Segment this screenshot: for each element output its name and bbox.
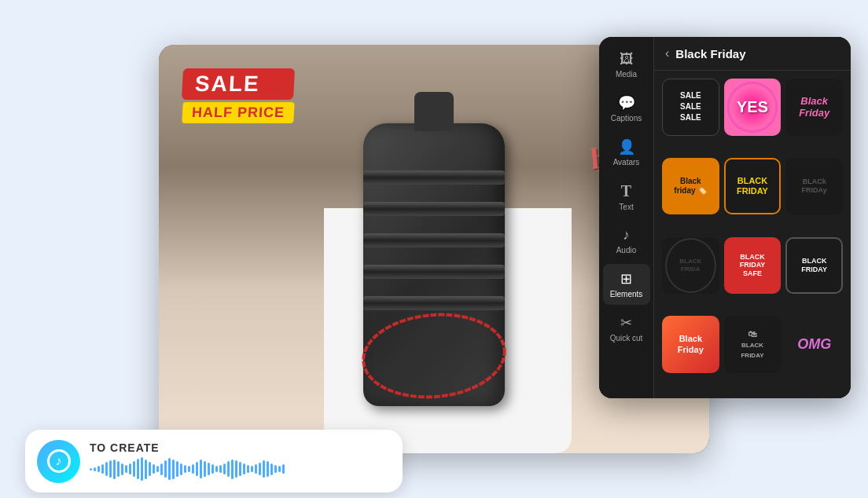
waveform-bar (192, 464, 194, 474)
yes-circle: YES (727, 82, 778, 133)
sidebar-label-text: Text (619, 203, 633, 211)
sidebar-label-media: Media (616, 70, 637, 79)
waveform-bar (239, 462, 241, 476)
sidebar-label-quickcut: Quick cut (610, 334, 643, 342)
waveform-bar (156, 466, 159, 472)
waveform-bar (243, 463, 245, 474)
sidebar-label-elements: Elements (610, 290, 643, 298)
bottle-ring-2 (363, 202, 505, 216)
svg-point-0 (360, 309, 508, 402)
sticker-bf-safe[interactable]: BLACKFRIDAYSAFE (724, 237, 782, 295)
bf-dark-text: BLACkFRIDAy (802, 178, 827, 195)
sale-text: SALE (182, 68, 295, 100)
waveform-bar (251, 466, 253, 472)
waveform-bar (231, 460, 234, 479)
waveform-bar (168, 458, 171, 480)
back-button[interactable]: ‹ (665, 46, 669, 60)
waveform-bar (219, 465, 222, 473)
content-panel: ‹ Black Friday SALESALESALE YES BlackFri… (654, 37, 851, 398)
waveform-bar (94, 467, 96, 471)
waveform-bar (105, 462, 108, 476)
waveform-bar (145, 460, 147, 479)
waveform-bar (270, 463, 273, 475)
waveform-bar (259, 463, 261, 475)
sticker-bf-octagon[interactable]: BLACKFRIDAY (785, 237, 843, 295)
sidebar-item-audio[interactable]: ♪ Audio (603, 221, 650, 261)
sticker-bf-yellow[interactable]: BLACKFRIDAY (724, 158, 782, 215)
bottle-ring-4 (363, 265, 505, 279)
waveform-bar (274, 465, 277, 473)
sticker-omg[interactable]: OMG (785, 316, 843, 373)
orange-tag-bg: Blackfriday 🏷️ (665, 161, 716, 212)
waveform-bar (235, 460, 237, 478)
waveform-bar (196, 462, 198, 476)
sidebar-item-avatars[interactable]: 👤 Avatars (603, 132, 650, 173)
bf-pink-text: BlackFriday (799, 95, 829, 119)
sticker-yes[interactable]: YES (724, 79, 782, 136)
bf-orange-text: Blackfriday 🏷️ (674, 177, 707, 196)
waveform-bar (129, 463, 131, 474)
audio-icon: ♪ (623, 227, 630, 244)
sidebar-item-media[interactable]: 🖼 Media (603, 45, 650, 85)
sticker-1-text: SALESALESALE (680, 90, 701, 123)
waveform-bar (149, 462, 151, 476)
sticker-bf-orange-tag[interactable]: Blackfriday 🏷️ (662, 158, 719, 215)
bottle-ring-1 (363, 170, 505, 185)
waveform-bar (278, 466, 281, 472)
waveform-bar (188, 466, 190, 472)
sticker-bf-bag[interactable]: 🛍BLACKFRIDAY (724, 316, 782, 373)
text-icon: T (621, 182, 631, 200)
bf-octagon-text: BLACKFRIDAY (801, 257, 827, 274)
waveform-bar (200, 460, 202, 478)
bf-gradient-text: BlackFriday (678, 334, 704, 354)
audio-bar[interactable]: TO CREATE (25, 430, 403, 493)
waveform-bar (141, 457, 143, 481)
waveform-bar (137, 459, 139, 479)
waveform-bar (133, 461, 135, 477)
waveform-bar (121, 463, 123, 475)
sticker-bf-pink[interactable]: BlackFriday (785, 79, 843, 136)
half-price-text: HALF PRICE (182, 102, 294, 123)
sidebar-item-captions[interactable]: 💬 Captions (603, 88, 650, 129)
quickcut-icon: ✂ (620, 314, 632, 331)
panel-title: Black Friday (675, 47, 745, 60)
right-panel: 🖼 Media 💬 Captions 👤 Avatars T Text ♪ Au… (599, 37, 851, 398)
bf-bag-text: 🛍BLACKFRIDAY (741, 329, 763, 361)
sale-badge: SALE HALF PRICE (182, 68, 294, 123)
waveform-bar (208, 463, 210, 475)
waveform-bar (247, 465, 249, 473)
sidebar-label-avatars: Avatars (613, 158, 640, 167)
sidebar-item-quickcut[interactable]: ✂ Quick cut (603, 308, 650, 349)
waveform-bar (255, 464, 257, 474)
waveform-bar (263, 460, 265, 478)
waveform-bar (117, 461, 120, 477)
waveform-bar (101, 464, 104, 474)
sidebar-label-audio: Audio (616, 246, 637, 254)
audio-icon-inner (47, 449, 71, 473)
waveform-bar (160, 463, 163, 475)
sidebar-item-elements[interactable]: ⊞ Elements (603, 264, 650, 305)
waveform-bar (215, 466, 218, 472)
sticker-bf-gradient[interactable]: BlackFriday (662, 316, 719, 373)
waveform-bar (227, 461, 230, 477)
waveform-bar (282, 464, 285, 474)
waveform-bar (223, 463, 226, 474)
circle-badge-text: BLACKFRIDA (679, 258, 701, 273)
sticker-bf-dark[interactable]: BLACkFRIDAy (785, 158, 843, 215)
waveform-bar (180, 463, 182, 475)
sticker-bf-circle[interactable]: BLACKFRIDA (662, 237, 719, 295)
waveform-bar (164, 460, 167, 478)
sidebar-item-text[interactable]: T Text (603, 176, 650, 218)
waveform-bar (97, 466, 100, 472)
sidebar-label-captions: Captions (611, 114, 642, 123)
waveform (90, 457, 391, 481)
circle-badge: BLACKFRIDA (665, 238, 716, 293)
waveform-bar (184, 465, 186, 473)
waveform-bar (204, 461, 206, 477)
avatars-icon: 👤 (618, 138, 635, 156)
sidebar: 🖼 Media 💬 Captions 👤 Avatars T Text ♪ Au… (599, 37, 654, 398)
main-container: SALE HALF PRICE here (17, 21, 851, 477)
omg-text: OMG (797, 336, 831, 353)
bf-safe-text: BLACKFRIDAYSAFE (740, 253, 766, 278)
sticker-sale-text[interactable]: SALESALESALE (662, 79, 719, 136)
